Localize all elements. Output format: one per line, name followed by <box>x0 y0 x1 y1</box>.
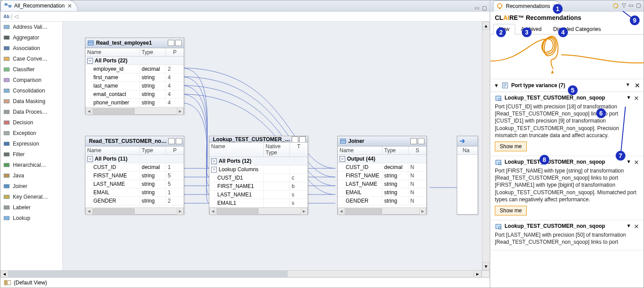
show-me-button[interactable]: Show me <box>495 206 527 215</box>
reco-tab[interactable]: Recommendations ✕ <box>493 0 563 12</box>
trx-port-row[interactable]: phone_numberstring4 <box>85 99 184 107</box>
trx-port-row[interactable]: CUST_IDdecimal1 <box>85 163 184 172</box>
card-close-icon[interactable]: ✕ <box>634 95 639 102</box>
card-menu-icon[interactable]: ▼ <box>626 159 631 164</box>
minimize-icon[interactable]: ▭ <box>629 2 633 9</box>
palette-item[interactable]: Expression <box>0 138 62 149</box>
show-me-button[interactable]: Show me <box>495 142 527 151</box>
palette-item[interactable]: Exception <box>0 128 62 138</box>
toolbar-back[interactable]: ◁ <box>14 13 18 19</box>
palette-item[interactable]: Labeler <box>0 202 62 213</box>
collapse-icon[interactable]: − <box>87 58 93 64</box>
trx-minimize[interactable] <box>168 40 174 46</box>
scroll-left-arrow[interactable]: ◂ <box>209 207 216 215</box>
trx-maximize[interactable] <box>176 138 182 144</box>
trx-port-row[interactable]: GENDERstring2 <box>85 197 184 205</box>
trx-port-row[interactable]: email_contactstring4 <box>85 90 184 99</box>
trx-port-row[interactable]: FIRST_NAMEstring5 <box>85 172 184 180</box>
scroll-left-arrow[interactable]: ◂ <box>85 108 93 115</box>
transformation-palette[interactable]: Address Vali…AggregatorAssociationCase C… <box>0 22 63 270</box>
canvas-horizontal-scrollbar[interactable] <box>8 270 474 277</box>
trx-maximize[interactable] <box>418 138 424 144</box>
chevron-down-icon[interactable]: ▼ <box>494 83 499 88</box>
trx-maximize[interactable] <box>299 136 306 142</box>
trx-port-row[interactable]: FIRST_NAMEstringN <box>338 172 426 180</box>
palette-item[interactable]: Case Conve… <box>0 54 62 64</box>
trx-horizontal-scrollbar[interactable]: ◂▸ <box>209 207 308 214</box>
subtab-disabled-categories[interactable]: Disabled Categories <box>548 24 607 34</box>
view-menu-icon[interactable]: ▽ <box>622 2 626 9</box>
scroll-right-arrow[interactable]: ▸ <box>177 207 184 215</box>
scroll-right-arrow[interactable]: ▸ <box>301 207 308 215</box>
trx-read-customer[interactable]: Read_TEST_CUSTOMER_no…NameTypeP−All Port… <box>85 136 184 215</box>
trx-group-header[interactable]: −All Ports (12) <box>209 157 308 165</box>
palette-item[interactable]: Comparison <box>0 75 62 85</box>
trx-port-row[interactable]: employee_iddecimal2 <box>85 65 184 73</box>
refresh-icon[interactable] <box>612 2 619 9</box>
trx-port-row[interactable]: LAST_NAME1s <box>209 191 308 199</box>
trx-port-row[interactable]: LAST_NAMEstringN <box>338 180 426 188</box>
subtab-archived[interactable]: Archived <box>515 24 548 34</box>
palette-item[interactable]: Key Generat… <box>0 192 62 202</box>
trx-port-row[interactable]: FIRST_NAME1b <box>209 182 308 191</box>
scroll-right-arrow[interactable]: ▸ <box>474 270 482 277</box>
trx-subgroup[interactable]: +Lookup Columns <box>209 165 308 174</box>
reco-card-list[interactable]: Lookup_TEST_CUSTOMER_non_sqoop▼✕Port [CU… <box>490 92 644 288</box>
trx-group-header[interactable]: −All Ports (11) <box>85 155 184 163</box>
trx-port-row[interactable]: EMAIL1s <box>209 199 308 207</box>
trx-minimize[interactable] <box>410 138 417 144</box>
trx-port-row[interactable]: CUST_IDdecimalN <box>338 163 426 172</box>
maximize-icon[interactable]: ▢ <box>636 2 641 9</box>
palette-item[interactable]: Consolidation <box>0 85 62 96</box>
trx-read-employee[interactable]: Read_test_employee1NameTypeP−All Ports (… <box>85 38 184 115</box>
scroll-right-arrow[interactable]: ▸ <box>177 108 184 115</box>
trx-titlebar[interactable]: Lookup_TEST_CUSTOMER_… <box>209 136 308 142</box>
collapse-icon[interactable]: − <box>87 156 93 162</box>
scroll-left-arrow[interactable]: ◂ <box>338 207 345 215</box>
canvas-vertical-scrollbar[interactable]: ▴ ▾ <box>482 22 490 270</box>
editor-tab[interactable]: All_Recommendation ✕ <box>0 0 78 11</box>
trx-port-row[interactable]: first_namestring4 <box>85 73 184 82</box>
trx-port-row[interactable]: last_namestring4 <box>85 82 184 90</box>
trx-horizontal-scrollbar[interactable]: ◂▸ <box>85 108 184 114</box>
subtab-new[interactable]: New <box>493 24 515 35</box>
trx-titlebar[interactable]: Joiner <box>338 136 426 146</box>
trx-minimize[interactable] <box>292 136 298 142</box>
trx-lookup-customer[interactable]: Lookup_TEST_CUSTOMER_…NameNative TypeT−A… <box>209 136 308 215</box>
close-icon[interactable]: ✕ <box>67 3 72 9</box>
trx-group-header[interactable]: −All Ports (22) <box>85 57 184 65</box>
maximize-icon[interactable]: ▢ <box>482 5 487 11</box>
scroll-right-arrow[interactable]: ▸ <box>419 207 426 215</box>
minimize-icon[interactable]: ▭ <box>474 5 479 11</box>
category-close-icon[interactable]: ✕ <box>635 82 640 89</box>
trx-group-header[interactable]: −Output (44) <box>338 155 426 163</box>
trx-sink[interactable]: Na <box>457 136 478 215</box>
category-menu-icon[interactable]: ▼ <box>625 82 630 89</box>
mapping-canvas[interactable]: Read_test_employee1NameTypeP−All Ports (… <box>63 22 482 270</box>
palette-item[interactable]: Data Proces… <box>0 107 62 117</box>
trx-horizontal-scrollbar[interactable]: ◂▸ <box>338 207 426 214</box>
trx-titlebar[interactable] <box>457 136 478 146</box>
trx-port-row[interactable]: EMAILstringN <box>338 188 426 197</box>
scroll-left-arrow[interactable]: ◂ <box>0 270 8 277</box>
card-menu-icon[interactable]: ▼ <box>626 95 631 100</box>
collapse-icon[interactable]: − <box>211 158 217 164</box>
trx-joiner[interactable]: JoinerNameTypeS−Output (44)CUST_IDdecima… <box>337 136 427 215</box>
scroll-down-arrow[interactable]: ▾ <box>482 262 490 270</box>
palette-item[interactable]: Java <box>0 170 62 181</box>
scroll-up-arrow[interactable]: ▴ <box>482 22 490 30</box>
trx-port-row[interactable]: LAST_NAMEstring5 <box>85 180 184 188</box>
trx-port-row[interactable]: GENDERstringN <box>338 197 426 205</box>
trx-horizontal-scrollbar[interactable]: ◂▸ <box>85 207 184 214</box>
card-close-icon[interactable]: ✕ <box>634 159 639 166</box>
palette-item[interactable]: Hierarchical… <box>0 160 62 170</box>
palette-item[interactable]: Aggregator <box>0 32 62 43</box>
palette-item[interactable]: Association <box>0 43 62 54</box>
trx-titlebar[interactable]: Read_TEST_CUSTOMER_no… <box>85 136 184 146</box>
text-tool-icon[interactable]: Ab <box>3 13 9 19</box>
collapse-icon[interactable]: − <box>339 156 345 162</box>
trx-titlebar[interactable]: Read_test_employee1 <box>85 38 184 48</box>
card-menu-icon[interactable]: ▼ <box>626 223 631 228</box>
trx-port-row[interactable]: CUST_ID1c <box>209 174 308 182</box>
palette-item[interactable]: Data Masking <box>0 96 62 107</box>
